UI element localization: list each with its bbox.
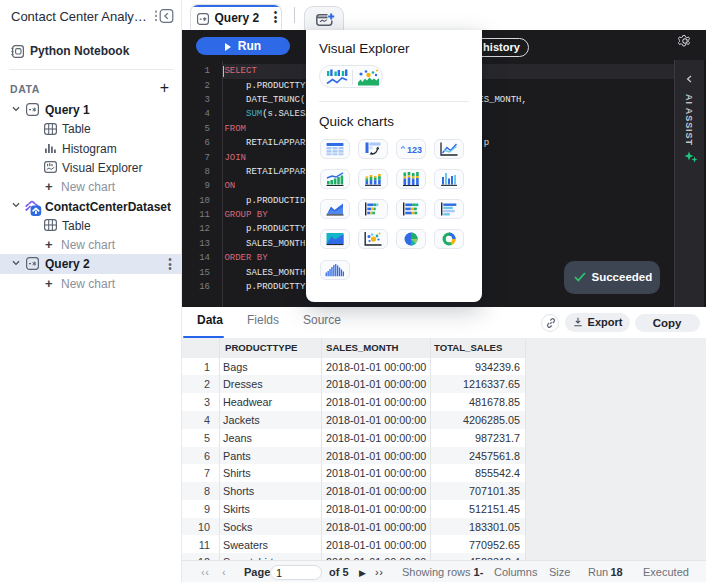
svg-text:123: 123	[407, 144, 422, 153]
